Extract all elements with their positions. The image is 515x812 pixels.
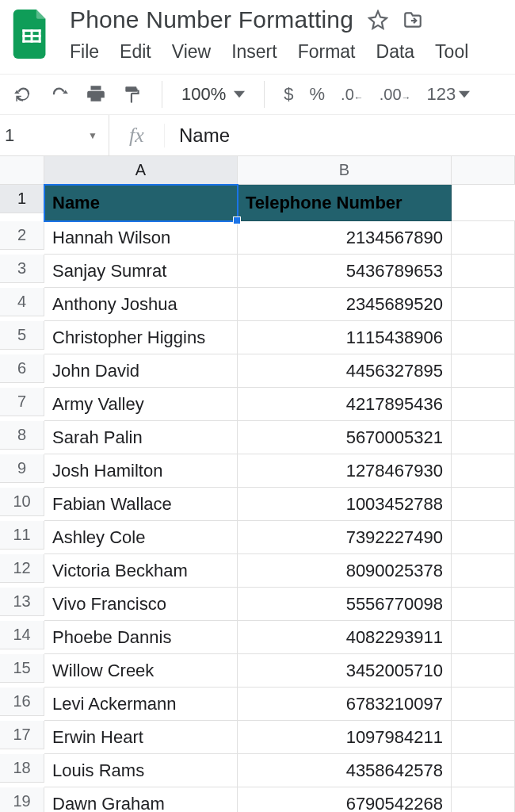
cell-phone[interactable]: 1003452788 xyxy=(238,488,452,521)
cell-blank[interactable] xyxy=(452,288,515,321)
cell-name[interactable]: Sanjay Sumrat xyxy=(44,255,238,288)
row-header[interactable]: 3 xyxy=(0,255,44,283)
cell-blank[interactable] xyxy=(452,621,515,654)
formula-bar[interactable]: Name xyxy=(165,124,515,147)
cell-blank[interactable] xyxy=(452,654,515,688)
move-to-folder-icon[interactable] xyxy=(402,10,423,30)
cell-phone[interactable]: 8090025378 xyxy=(238,554,452,588)
row-header[interactable]: 6 xyxy=(0,354,44,383)
print-button[interactable] xyxy=(86,84,106,105)
cell-name[interactable]: Louis Rams xyxy=(44,754,238,787)
cell-blank[interactable] xyxy=(452,787,515,812)
cell-blank[interactable] xyxy=(452,185,515,221)
cell-phone[interactable]: 2345689520 xyxy=(238,288,452,321)
menu-data[interactable]: Data xyxy=(376,41,415,63)
star-icon[interactable] xyxy=(368,10,388,30)
row-header[interactable]: 18 xyxy=(0,754,44,783)
cell-blank[interactable] xyxy=(452,388,515,421)
cell-phone[interactable]: 4456327895 xyxy=(238,354,452,388)
cell-name[interactable]: Fabian Wallace xyxy=(44,488,238,521)
cell-name[interactable]: John David xyxy=(44,354,238,388)
increase-decimal-button[interactable]: .00→ xyxy=(380,86,411,104)
document-title[interactable]: Phone Number Formatting xyxy=(70,6,353,33)
cell-blank[interactable] xyxy=(452,488,515,521)
row-header[interactable]: 15 xyxy=(0,654,44,683)
row-header[interactable]: 8 xyxy=(0,421,44,450)
column-header-blank[interactable] xyxy=(452,156,515,185)
row-header[interactable]: 2 xyxy=(0,221,44,250)
cell-phone[interactable]: 5670005321 xyxy=(238,421,452,454)
cell-blank[interactable] xyxy=(452,255,515,288)
paint-format-button[interactable] xyxy=(122,84,143,105)
row-header[interactable]: 16 xyxy=(0,688,44,716)
cell-name[interactable]: Ashley Cole xyxy=(44,521,238,554)
cell-name[interactable]: Levi Ackermann xyxy=(44,688,238,721)
undo-button[interactable] xyxy=(13,84,33,105)
cell-blank[interactable] xyxy=(452,354,515,388)
row-header[interactable]: 14 xyxy=(0,621,44,649)
format-currency-button[interactable]: $ xyxy=(284,84,293,105)
cell-name[interactable]: Anthony Joshua xyxy=(44,288,238,321)
cell-a1[interactable]: Name xyxy=(44,185,238,221)
cell-blank[interactable] xyxy=(452,421,515,454)
cell-phone[interactable]: 1097984211 xyxy=(238,721,452,754)
row-header[interactable]: 9 xyxy=(0,454,44,483)
selection-handle[interactable] xyxy=(233,216,241,224)
name-box[interactable]: 1 ▼ xyxy=(0,115,109,155)
cell-phone[interactable]: 6783210097 xyxy=(238,688,452,721)
row-header[interactable]: 1 xyxy=(0,185,44,213)
format-percent-button[interactable]: % xyxy=(310,84,326,105)
menu-view[interactable]: View xyxy=(172,41,211,63)
cell-name[interactable]: Josh Hamilton xyxy=(44,454,238,488)
cell-phone[interactable]: 4082293911 xyxy=(238,621,452,654)
column-header-a[interactable]: A xyxy=(44,156,238,185)
cell-phone[interactable]: 5436789653 xyxy=(238,255,452,288)
spreadsheet-grid[interactable]: A B 1 Name Telephone Number 2Hannah Wils… xyxy=(0,156,515,812)
cell-blank[interactable] xyxy=(452,754,515,787)
cell-name[interactable]: Christopher Higgins xyxy=(44,321,238,354)
row-header[interactable]: 5 xyxy=(0,321,44,350)
cell-name[interactable]: Phoebe Dannis xyxy=(44,621,238,654)
menu-tools[interactable]: Tool xyxy=(435,41,468,63)
row-header[interactable]: 12 xyxy=(0,554,44,583)
cell-blank[interactable] xyxy=(452,221,515,255)
menu-file[interactable]: File xyxy=(70,41,99,63)
cell-name[interactable]: Willow Creek xyxy=(44,654,238,688)
cell-name[interactable]: Sarah Palin xyxy=(44,421,238,454)
cell-b1[interactable]: Telephone Number xyxy=(238,185,452,221)
cell-phone[interactable]: 1278467930 xyxy=(238,454,452,488)
row-header[interactable]: 13 xyxy=(0,588,44,616)
sheets-logo[interactable] xyxy=(11,6,52,62)
cell-name[interactable]: Vivo Francisco xyxy=(44,588,238,621)
cell-phone[interactable]: 2134567890 xyxy=(238,221,452,255)
cell-name[interactable]: Erwin Heart xyxy=(44,721,238,754)
row-header[interactable]: 19 xyxy=(0,787,44,812)
cell-name[interactable]: Dawn Graham xyxy=(44,787,238,812)
row-header[interactable]: 7 xyxy=(0,388,44,416)
row-header[interactable]: 4 xyxy=(0,288,44,316)
cell-blank[interactable] xyxy=(452,521,515,554)
zoom-dropdown[interactable]: 100% xyxy=(181,84,245,105)
decrease-decimal-button[interactable]: .0← xyxy=(341,86,364,104)
cell-blank[interactable] xyxy=(452,554,515,588)
cell-phone[interactable]: 4217895436 xyxy=(238,388,452,421)
row-header[interactable]: 10 xyxy=(0,488,44,516)
cell-name[interactable]: Victoria Beckham xyxy=(44,554,238,588)
menu-insert[interactable]: Insert xyxy=(231,41,277,63)
cell-blank[interactable] xyxy=(452,721,515,754)
cell-phone[interactable]: 6790542268 xyxy=(238,787,452,812)
cell-name[interactable]: Army Valley xyxy=(44,388,238,421)
row-header[interactable]: 11 xyxy=(0,521,44,550)
cell-phone[interactable]: 1115438906 xyxy=(238,321,452,354)
cell-blank[interactable] xyxy=(452,688,515,721)
cell-blank[interactable] xyxy=(452,588,515,621)
cell-name[interactable]: Hannah Wilson xyxy=(44,221,238,255)
number-format-dropdown[interactable]: 123 xyxy=(427,84,471,105)
cell-phone[interactable]: 5556770098 xyxy=(238,588,452,621)
cell-phone[interactable]: 7392227490 xyxy=(238,521,452,554)
select-all-corner[interactable] xyxy=(0,156,44,185)
redo-button[interactable] xyxy=(49,84,70,105)
cell-phone[interactable]: 3452005710 xyxy=(238,654,452,688)
menu-edit[interactable]: Edit xyxy=(120,41,151,63)
cell-phone[interactable]: 4358642578 xyxy=(238,754,452,787)
